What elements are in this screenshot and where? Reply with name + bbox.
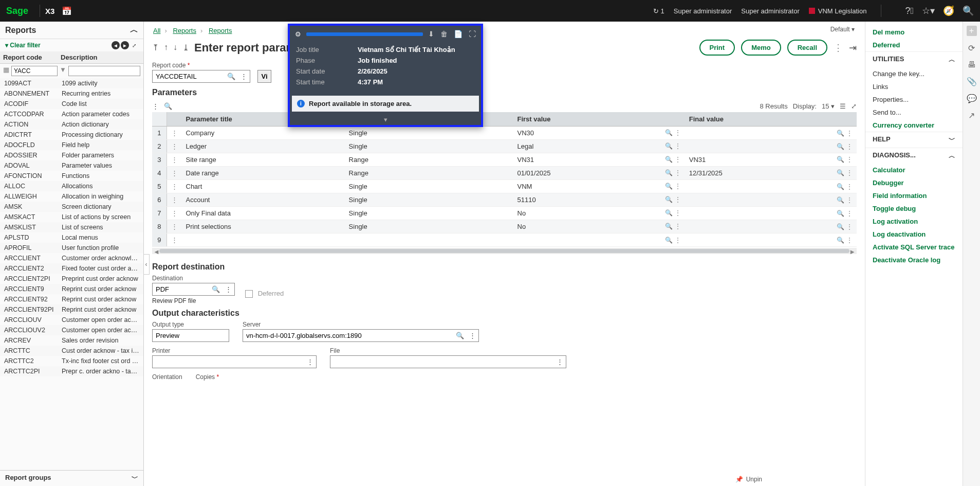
list-item[interactable]: ARCTTC2Tx-inc fixd footer cst ord ack (0, 356, 143, 366)
refresh-indicator[interactable]: ↻ 1 (653, 7, 664, 15)
list-item[interactable]: ARCTTCCust order acknow - tax inc (0, 346, 143, 356)
search-icon[interactable]: 🔍 (963, 5, 974, 16)
list-item[interactable]: ACTIONAction dictionary (0, 119, 143, 130)
list-item[interactable]: AMSKACTList of actions by screen (0, 212, 143, 222)
list-item[interactable]: ADOSSIERFolder parameters (0, 150, 143, 160)
list-item[interactable]: AFONCTIONFunctions (0, 171, 143, 181)
fullscreen-icon[interactable]: ⤢ (851, 102, 857, 110)
favorite-icon[interactable]: ☆▾ (922, 5, 935, 16)
display-value[interactable]: 15 ▾ (822, 102, 835, 110)
printer-input[interactable] (153, 356, 304, 368)
list-item[interactable]: ARCCLIENT92PIReprint cust order acknow (0, 304, 143, 315)
diagnosis-link[interactable]: Calculator (865, 164, 963, 176)
list-item[interactable]: ACTCODPARAction parameter codes (0, 109, 143, 119)
list-item[interactable]: 1099ACT1099 activity (0, 78, 143, 88)
diagnosis-link[interactable]: Log activation (865, 215, 963, 228)
diagnosis-section[interactable]: DIAGNOSIS...︿ (865, 148, 963, 164)
lookup-icon[interactable]: 🔍 (209, 285, 223, 293)
report-code-input[interactable] (153, 70, 225, 82)
col-code-header[interactable]: Report code (3, 53, 61, 61)
list-item[interactable]: ARCCLIENT92Reprint cust order acknow (0, 294, 143, 304)
bc-reports-1[interactable]: Reports (173, 27, 196, 34)
utility-link[interactable]: Currency converter (865, 119, 963, 132)
diagnosis-link[interactable]: Deactivate Oracle log (865, 254, 963, 266)
memo-button[interactable]: Memo (741, 40, 781, 56)
list-item[interactable]: AMSKLISTList of screens (0, 222, 143, 232)
next-icon[interactable]: ► (121, 41, 129, 49)
download-icon[interactable]: ⬇ (428, 30, 434, 38)
list-item[interactable]: ARCCLIOUVCustomer open order acknow (0, 315, 143, 325)
attach-icon[interactable]: 📎 (967, 77, 977, 86)
list-item[interactable]: ARCCLIENT9Reprint cust order acknow (0, 284, 143, 294)
utilities-section[interactable]: UTILITIES︿ (865, 51, 963, 67)
table-row[interactable]: 7⋮Only Final dataSingleNo🔍⋮🔍⋮ (152, 207, 857, 220)
expand-icon[interactable]: ⤢ (130, 41, 138, 49)
lookup-icon[interactable]: 🔍 (225, 73, 238, 80)
filter-code-input[interactable] (11, 66, 58, 76)
help-icon[interactable]: ?⃝ (905, 6, 914, 16)
table-row[interactable]: 3⋮Site rangeRangeVN31🔍⋮VN31🔍⋮ (152, 153, 857, 167)
share-icon[interactable]: ↗ (968, 111, 975, 120)
list-item[interactable]: ADOCFLDField help (0, 140, 143, 150)
col-desc-header[interactable]: Description (61, 53, 98, 61)
user-label-1[interactable]: Super administrator (674, 7, 732, 15)
deferred-checkbox[interactable] (245, 290, 253, 298)
vi-button[interactable]: Vi (257, 70, 271, 83)
list-item[interactable]: ARCREVSales order revision (0, 335, 143, 346)
gear-icon[interactable]: ⚙ (295, 30, 301, 38)
bc-reports-2[interactable]: Reports (209, 27, 232, 34)
list-item[interactable]: ARCTTC2PIPrepr c. order ackno - tax inc (0, 366, 143, 376)
nav-first-icon[interactable]: ⤒ (152, 43, 159, 52)
calendar-icon[interactable]: 📅 (62, 6, 72, 16)
table-row[interactable]: 8⋮Print selectionsSingleNo🔍⋮🔍⋮ (152, 220, 857, 233)
th-final[interactable]: Final value (685, 112, 857, 127)
bc-all[interactable]: All (153, 27, 160, 34)
filter-desc-input[interactable] (68, 66, 140, 76)
nav-last-icon[interactable]: ⤓ (182, 43, 189, 52)
table-row[interactable]: 4⋮Date rangeRange01/01/2025🔍⋮12/31/2025🔍… (152, 167, 857, 180)
list-item[interactable]: ABONNEMENTRecurring entries (0, 88, 143, 99)
default-dropdown[interactable]: Default ▾ (830, 26, 855, 33)
destination-input[interactable] (153, 283, 209, 295)
compass-icon[interactable]: 🧭 (943, 5, 954, 16)
collapse-icon[interactable]: ︿ (130, 25, 138, 35)
nav-down-icon[interactable]: ↓ (173, 43, 177, 52)
list-item[interactable]: ARCCLIOUV2Customer open order acknow (0, 325, 143, 335)
utility-link[interactable]: Send to... (865, 106, 963, 119)
diagnosis-link[interactable]: Log deactivation (865, 228, 963, 241)
clear-filter-link[interactable]: ▾ Clear filter (5, 42, 41, 49)
table-row[interactable]: 9⋮🔍⋮🔍⋮ (152, 233, 857, 247)
popup-drag-handle[interactable]: ▾ (290, 116, 481, 125)
sage-logo[interactable]: Sage (6, 6, 28, 16)
legislation-badge[interactable]: VNM Legislation (809, 7, 867, 15)
list-item[interactable]: APLSTDLocal menus (0, 232, 143, 243)
copy-icon[interactable]: 📄 (454, 30, 463, 38)
list-item[interactable]: APROFILUser function profile (0, 243, 143, 253)
list-item[interactable]: ALLWEIGHAllocation in weighing (0, 191, 143, 202)
utility-link[interactable]: Links (865, 80, 963, 93)
report-groups-label[interactable]: Report groups (5, 474, 51, 483)
nav-up-icon[interactable]: ↑ (164, 43, 168, 52)
review-pdf-link[interactable]: Review PDF file (152, 297, 235, 304)
field-menu-icon[interactable]: ⋮ (554, 358, 566, 366)
report-list[interactable]: 1099ACT1099 activityABONNEMENTRecurring … (0, 78, 143, 470)
table-search-icon[interactable]: 🔍 (164, 102, 172, 110)
diagnosis-link[interactable]: Toggle debug (865, 202, 963, 215)
list-item[interactable]: ADOVALParameter values (0, 160, 143, 171)
diagnosis-link[interactable]: Field information (865, 189, 963, 202)
diagnosis-link[interactable]: Activate SQL Server trace (865, 241, 963, 254)
del-memo-link[interactable]: Del memo (865, 26, 963, 39)
user-label-2[interactable]: Super administrator (741, 7, 799, 15)
list-item[interactable]: ADICTRTProcessing dictionary (0, 130, 143, 140)
utility-link[interactable]: Properties... (865, 93, 963, 106)
list-item[interactable]: ARCCLIENTCustomer order acknowledge (0, 253, 143, 263)
add-icon[interactable]: + (967, 26, 977, 36)
list-item[interactable]: ACODIFCode list (0, 99, 143, 109)
expand-groups-icon[interactable]: ﹀ (132, 474, 138, 483)
expand-icon[interactable]: ⛶ (469, 30, 476, 38)
layers-icon[interactable]: ☰ (840, 102, 846, 110)
refresh-icon[interactable]: ⟳ (968, 43, 975, 53)
list-item[interactable]: ARCCLIENT2PIPreprint cust order acknow (0, 274, 143, 284)
comment-icon[interactable]: 💬 (967, 94, 977, 103)
table-row[interactable]: 2⋮LedgerSingleLegal🔍⋮🔍⋮ (152, 140, 857, 153)
